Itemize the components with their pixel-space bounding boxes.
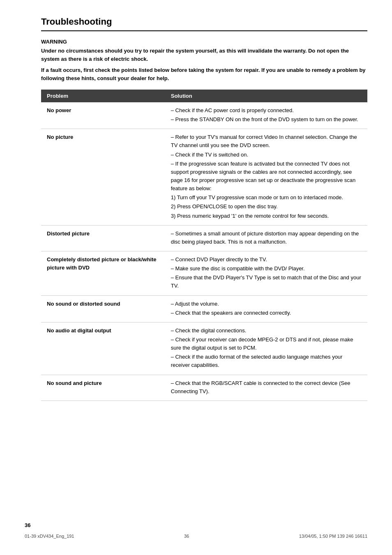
solution-item: Check the digital connections. (171, 327, 362, 335)
warning-line2: If a fault occurs, first check the point… (41, 66, 367, 82)
solution-numbered-item: 2) Press OPEN/CLOSE to open the disc tra… (171, 203, 362, 211)
problem-cell: No sound or distorted sound (41, 295, 165, 322)
page-title: Troubleshooting (41, 16, 367, 31)
footer: 01-39 xDV434_Eng_191 36 13/04/05, 1:50 P… (0, 534, 392, 539)
solution-item: Check if the TV is switched on. (171, 151, 362, 159)
solution-item: Ensure that the DVD Player's TV Type is … (171, 274, 362, 290)
solution-item: Refer to your TV's manual for correct Vi… (171, 133, 362, 150)
footer-right: 13/04/05, 1:50 PM 139 246 16611 (299, 534, 367, 539)
footer-center: 36 (184, 534, 189, 539)
solution-cell: Check the digital connections.Check if y… (165, 322, 367, 375)
page-number: 36 (25, 522, 30, 528)
solution-item: Check that the RGB/SCART cable is connec… (171, 379, 362, 396)
solution-item: Sometimes a small amount of picture dist… (171, 230, 362, 246)
solution-cell: Check that the RGB/SCART cable is connec… (165, 375, 367, 401)
warning-title: WARNING (41, 39, 367, 45)
solution-cell: Adjust the volume.Check that the speaker… (165, 295, 367, 322)
solution-numbered-item: 1) Turn off your TV progressive scan mod… (171, 193, 362, 202)
table-row: No sound and pictureCheck that the RGB/S… (41, 375, 367, 401)
problem-cell: No power (41, 102, 165, 129)
solution-item: Check if the AC power cord is properly c… (171, 106, 362, 115)
table-row: No sound or distorted soundAdjust the vo… (41, 295, 367, 322)
solution-item: Check if the audio format of the selecte… (171, 353, 362, 369)
table-row: No powerCheck if the AC power cord is pr… (41, 102, 367, 129)
problem-cell: Completely distorted picture or black/wh… (41, 251, 165, 295)
problem-cell: No audio at digital output (41, 322, 165, 375)
warning-section: WARNING Under no circumstances should yo… (41, 39, 367, 82)
solution-item: Check if your receiver can decode MPEG-2… (171, 336, 362, 352)
solution-item: Make sure the disc is compatible with th… (171, 265, 362, 273)
table-row: Completely distorted picture or black/wh… (41, 251, 367, 295)
warning-line1: Under no circumstances should you try to… (41, 47, 367, 63)
col-header-problem: Problem (41, 90, 165, 102)
table-row: No pictureRefer to your TV's manual for … (41, 129, 367, 225)
table-row: Distorted pictureSometimes a small amoun… (41, 225, 367, 251)
solution-cell: Sometimes a small amount of picture dist… (165, 225, 367, 251)
solution-item: Connect DVD Player directly to the TV. (171, 256, 362, 264)
solution-item: If the progressive scan feature is activ… (171, 160, 362, 193)
solution-numbered-item: 3) Press numeric keypad '1' on the remot… (171, 212, 362, 220)
solution-cell: Connect DVD Player directly to the TV.Ma… (165, 251, 367, 295)
footer-left: 01-39 xDV434_Eng_191 (25, 534, 74, 539)
problem-cell: Distorted picture (41, 225, 165, 251)
solution-item: Press the STANDBY ON on the front of the… (171, 115, 362, 124)
col-header-solution: Solution (165, 90, 367, 102)
troubleshoot-table: Problem Solution No powerCheck if the AC… (41, 90, 367, 401)
solution-item: Adjust the volume. (171, 300, 362, 308)
solution-cell: Refer to your TV's manual for correct Vi… (165, 129, 367, 225)
table-row: No audio at digital outputCheck the digi… (41, 322, 367, 375)
solution-item: Check that the speakers are connected co… (171, 309, 362, 317)
problem-cell: No sound and picture (41, 375, 165, 401)
problem-cell: No picture (41, 129, 165, 225)
solution-cell: Check if the AC power cord is properly c… (165, 102, 367, 129)
